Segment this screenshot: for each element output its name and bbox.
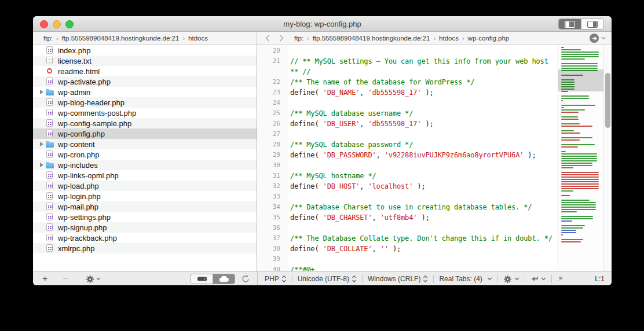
publish-button[interactable] bbox=[590, 34, 599, 43]
close-button[interactable] bbox=[40, 20, 48, 28]
code-line[interactable]: /**#@+ bbox=[290, 264, 558, 271]
breadcrumb-item[interactable]: wp-config.php bbox=[468, 35, 510, 42]
file-row[interactable]: wp-links-opml.php bbox=[33, 170, 257, 181]
syntax-mode-select[interactable]: PHP bbox=[265, 275, 287, 283]
code-line[interactable]: define( 'DB_COLLATE', '' ); bbox=[290, 244, 558, 254]
code-line[interactable]: define( 'DB_USER', 'db555598_17' ); bbox=[290, 119, 558, 129]
line-number: 35 bbox=[257, 212, 287, 223]
code-editor[interactable]: 2021222324252627282930313233343536373839… bbox=[257, 45, 612, 271]
forward-icon[interactable] bbox=[279, 35, 284, 42]
file-actions-button[interactable] bbox=[86, 275, 101, 284]
toggle-left-sidebar-button[interactable] bbox=[559, 19, 581, 29]
minimap-line bbox=[561, 160, 597, 161]
file-row[interactable]: wp-cron.php bbox=[33, 149, 257, 160]
encoding-select[interactable]: Unicode (UTF-8) bbox=[298, 275, 357, 283]
code-line[interactable]: /** Database Charset to use in creating … bbox=[290, 202, 558, 212]
add-file-button[interactable]: + bbox=[42, 274, 47, 284]
remove-file-button[interactable]: − bbox=[63, 274, 68, 284]
breadcrumb-item[interactable]: ftp.5555989048419.hostingkunde.de:21 bbox=[313, 35, 430, 42]
traffic-lights bbox=[40, 20, 74, 28]
jump-to-line-menu[interactable] bbox=[530, 275, 546, 282]
file-row[interactable]: index.php bbox=[33, 45, 257, 56]
file-row[interactable]: wp-includes bbox=[33, 160, 257, 170]
file-row[interactable]: wp-settings.php bbox=[33, 212, 257, 222]
minimize-button[interactable] bbox=[53, 20, 61, 28]
minimap-line bbox=[561, 137, 592, 138]
file-row[interactable]: xmlrpc.php bbox=[33, 243, 257, 253]
refresh-button[interactable] bbox=[241, 274, 250, 284]
code-line[interactable]: define( 'DB_PASSWORD', 'v92288iuvPUJKP9z… bbox=[290, 150, 558, 160]
breadcrumb-item[interactable]: ftp: bbox=[294, 35, 303, 42]
file-row[interactable]: wp-blog-header.php bbox=[33, 97, 257, 108]
file-row[interactable]: wp-content bbox=[33, 139, 257, 149]
code-line[interactable] bbox=[290, 223, 558, 233]
minimap-viewport[interactable] bbox=[558, 69, 603, 91]
divider bbox=[551, 275, 552, 283]
file-name-label: wp-comments-post.php bbox=[58, 109, 136, 117]
zoom-button[interactable] bbox=[65, 20, 74, 28]
code-line[interactable] bbox=[290, 160, 558, 171]
code-line[interactable] bbox=[290, 192, 558, 202]
code-area[interactable]: // ** MySQL settings — You can get this … bbox=[287, 45, 558, 271]
gear-icon bbox=[86, 275, 94, 284]
line-number: 20 bbox=[257, 46, 287, 56]
line-endings-select[interactable]: Windows (CRLF) bbox=[368, 275, 428, 283]
file-row[interactable]: wp-load.php bbox=[33, 181, 257, 191]
code-line[interactable]: define( 'DB_CHARSET', 'utf8mb4' ); bbox=[290, 212, 558, 223]
code-line[interactable] bbox=[290, 129, 558, 139]
publish-chevron-down-icon[interactable] bbox=[601, 36, 606, 40]
toggle-right-sidebar-button[interactable] bbox=[581, 19, 603, 29]
file-row[interactable]: wp-mail.php bbox=[33, 201, 257, 212]
code-line[interactable]: /** MySQL database username */ bbox=[290, 108, 558, 119]
file-row[interactable]: wp-trackback.php bbox=[33, 233, 257, 243]
php-file-icon bbox=[45, 171, 54, 180]
code-line[interactable]: define( 'DB_HOST', 'localhost' ); bbox=[290, 181, 558, 192]
local-files-button[interactable] bbox=[191, 274, 213, 284]
code-minimap[interactable] bbox=[558, 45, 603, 271]
file-row[interactable]: wp-admin bbox=[33, 87, 257, 97]
code-line[interactable]: // ** MySQL settings — You can get this … bbox=[290, 56, 558, 67]
disclosure-triangle[interactable] bbox=[38, 163, 45, 167]
minimap-line bbox=[561, 207, 596, 208]
editor-statusbar: PHP Unicode (UTF-8) Windows (CRLF) bbox=[257, 271, 612, 285]
disclosure-triangle[interactable] bbox=[38, 142, 45, 146]
code-line[interactable]: /** The Database Collate type. Don't cha… bbox=[290, 233, 558, 244]
file-row[interactable]: wp-signup.php bbox=[33, 222, 257, 233]
breadcrumb-item[interactable]: htdocs bbox=[439, 35, 459, 42]
show-invisibles-toggle[interactable]: .ʷ bbox=[557, 275, 562, 283]
file-row[interactable]: wp-config-sample.php bbox=[33, 118, 257, 128]
back-icon[interactable] bbox=[265, 35, 270, 42]
code-line[interactable]: /** MySQL hostname */ bbox=[290, 171, 558, 181]
minimap-line bbox=[561, 232, 576, 233]
file-row[interactable]: wp-config.php bbox=[33, 128, 257, 139]
remote-files-button[interactable] bbox=[213, 274, 235, 284]
breadcrumb-item[interactable]: ftp.5555989048419.hostingkunde.de:21 bbox=[62, 35, 180, 42]
code-line[interactable]: ** // bbox=[290, 67, 558, 77]
disclosure-triangle[interactable] bbox=[38, 90, 45, 94]
file-row[interactable]: license.txt bbox=[33, 56, 257, 66]
code-line[interactable]: define( 'DB_NAME', 'db555598_17' ); bbox=[290, 87, 558, 98]
minimap-line bbox=[561, 123, 580, 124]
file-row[interactable]: wp-comments-post.php bbox=[33, 108, 257, 118]
minimap-line bbox=[561, 218, 593, 219]
file-row[interactable]: wp-login.php bbox=[33, 191, 257, 201]
file-row[interactable]: readme.html bbox=[33, 66, 257, 76]
breadcrumb-item[interactable]: htdocs bbox=[188, 35, 208, 42]
app-window: my-blog: wp-config.php ftp:›ftp.55559890… bbox=[33, 16, 612, 285]
local-drive-icon bbox=[197, 276, 207, 282]
breadcrumb-item[interactable]: ftp: bbox=[43, 35, 53, 42]
editor-actions-menu[interactable] bbox=[503, 275, 519, 284]
code-line[interactable]: /** The name of the database for WordPre… bbox=[290, 77, 558, 87]
vertical-scrollbar[interactable] bbox=[603, 45, 612, 271]
line-number: 36 bbox=[257, 223, 287, 233]
php-file-icon bbox=[45, 244, 54, 253]
tab-settings-select[interactable]: Real Tabs: (4) bbox=[439, 275, 492, 283]
file-row[interactable]: wp-activate.php bbox=[33, 76, 257, 87]
code-line[interactable]: /** MySQL database password */ bbox=[290, 139, 558, 150]
code-line[interactable] bbox=[290, 254, 558, 264]
titlebar: my-blog: wp-config.php bbox=[33, 16, 612, 32]
file-name-label: wp-cron.php bbox=[58, 150, 100, 159]
scrollbar-thumb[interactable] bbox=[605, 73, 610, 128]
code-line[interactable] bbox=[290, 46, 558, 56]
code-line[interactable] bbox=[290, 98, 558, 108]
